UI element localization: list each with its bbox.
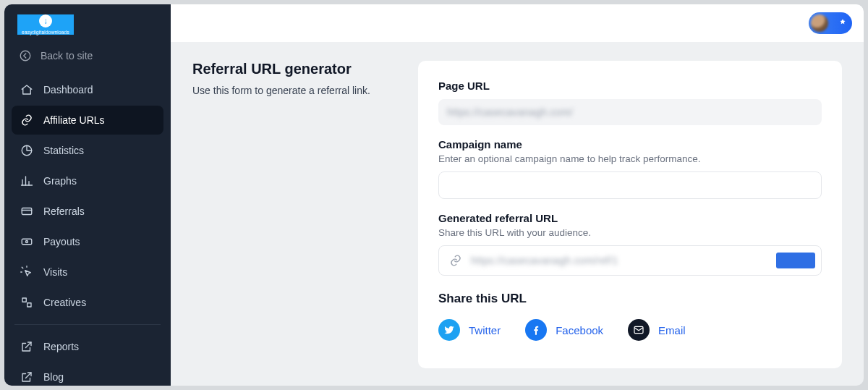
sidebar-item-label: Statistics xyxy=(43,145,84,156)
share-label: Twitter xyxy=(469,324,501,336)
share-label: Facebook xyxy=(556,324,603,336)
sidebar: ↓ easydigitaldownloads Back to site Dash… xyxy=(4,4,171,386)
sidebar-item-label: Graphs xyxy=(43,175,77,187)
svg-point-0 xyxy=(20,51,30,61)
sidebar-item-label: Affiliate URLs xyxy=(43,114,105,126)
link-icon xyxy=(449,254,462,267)
sidebar-item-blog[interactable]: Blog xyxy=(12,363,163,386)
brand-logo: ↓ easydigitaldownloads xyxy=(17,14,74,35)
content: Referral URL generator Use this form to … xyxy=(171,42,864,386)
sidebar-item-label: Visits xyxy=(43,266,67,278)
campaign-help: Enter an optional campaign name to help … xyxy=(438,153,822,164)
page-title: Referral URL generator xyxy=(192,61,395,77)
primary-nav: Dashboard Affiliate URLs Statistics Grap… xyxy=(12,75,163,386)
external-link-icon xyxy=(20,370,33,383)
link-icon xyxy=(20,114,33,127)
page-url-field: Page URL https://casecavanagh.com/ xyxy=(438,80,822,125)
generated-url-value: https://casecavanagh.com/ref/1 xyxy=(471,255,767,266)
campaign-label: Campaign name xyxy=(438,138,822,151)
back-to-site-link[interactable]: Back to site xyxy=(12,45,163,71)
facebook-icon xyxy=(525,319,547,341)
generated-label: Generated referral URL xyxy=(438,212,822,224)
share-label: Email xyxy=(658,324,686,336)
logo-text: easydigitaldownloads xyxy=(22,30,69,35)
avatar xyxy=(811,14,828,32)
share-title: Share this URL xyxy=(438,292,822,306)
sidebar-item-label: Dashboard xyxy=(43,84,93,96)
generator-card: Page URL https://casecavanagh.com/ Campa… xyxy=(418,61,842,368)
sidebar-item-label: Creatives xyxy=(43,297,86,308)
share-row: Twitter Facebook Email xyxy=(438,319,822,341)
campaign-field: Campaign name Enter an optional campaign… xyxy=(438,138,822,199)
nav-separator xyxy=(14,324,161,325)
svg-point-4 xyxy=(26,241,28,243)
sidebar-item-affiliate-urls[interactable]: Affiliate URLs xyxy=(12,106,163,135)
bar-chart-icon xyxy=(20,174,33,187)
topbar xyxy=(171,4,864,42)
main-area: Referral URL generator Use this form to … xyxy=(171,4,864,386)
sidebar-item-payouts[interactable]: Payouts xyxy=(12,227,163,256)
home-icon xyxy=(20,83,33,96)
app-shell: ↓ easydigitaldownloads Back to site Dash… xyxy=(4,4,864,386)
pie-chart-icon xyxy=(20,144,33,157)
svg-rect-5 xyxy=(22,298,26,302)
share-twitter[interactable]: Twitter xyxy=(438,319,501,341)
page-url-value: https://casecavanagh.com/ xyxy=(447,106,573,118)
twitter-icon xyxy=(438,319,460,341)
card-icon xyxy=(20,205,33,218)
money-icon xyxy=(20,235,33,248)
sidebar-item-visits[interactable]: Visits xyxy=(12,258,163,287)
sidebar-item-creatives[interactable]: Creatives xyxy=(12,288,163,317)
sidebar-item-referrals[interactable]: Referrals xyxy=(12,197,163,226)
copy-button[interactable] xyxy=(776,253,815,268)
affiliate-badge-icon xyxy=(835,16,850,30)
sidebar-item-label: Reports xyxy=(43,341,79,352)
email-icon xyxy=(628,319,650,341)
page-url-input[interactable]: https://casecavanagh.com/ xyxy=(438,99,822,125)
page-url-label: Page URL xyxy=(438,80,822,92)
back-arrow-icon xyxy=(19,49,32,62)
sidebar-item-label: Referrals xyxy=(43,205,85,217)
sidebar-item-dashboard[interactable]: Dashboard xyxy=(12,75,163,104)
external-link-icon xyxy=(20,340,33,353)
generated-help: Share this URL with your audience. xyxy=(438,227,822,238)
sidebar-item-label: Payouts xyxy=(43,236,80,247)
back-label: Back to site xyxy=(41,50,93,62)
shapes-icon xyxy=(20,296,33,309)
cursor-click-icon xyxy=(20,266,33,279)
page-subtitle: Use this form to generate a referral lin… xyxy=(192,85,395,96)
svg-rect-6 xyxy=(27,303,31,307)
share-email[interactable]: Email xyxy=(628,319,686,341)
sidebar-item-reports[interactable]: Reports xyxy=(12,332,163,361)
sidebar-item-label: Blog xyxy=(43,371,64,383)
generated-url-field: Generated referral URL Share this URL wi… xyxy=(438,212,822,276)
generated-url-row: https://casecavanagh.com/ref/1 xyxy=(438,245,822,276)
page-intro: Referral URL generator Use this form to … xyxy=(192,61,395,368)
svg-rect-3 xyxy=(22,239,32,245)
campaign-input[interactable] xyxy=(438,171,822,199)
sidebar-item-graphs[interactable]: Graphs xyxy=(12,166,163,195)
user-menu[interactable] xyxy=(809,12,852,34)
logo-glyph-icon: ↓ xyxy=(39,14,52,27)
sidebar-item-statistics[interactable]: Statistics xyxy=(12,136,163,165)
svg-rect-2 xyxy=(22,208,32,215)
share-facebook[interactable]: Facebook xyxy=(525,319,603,341)
